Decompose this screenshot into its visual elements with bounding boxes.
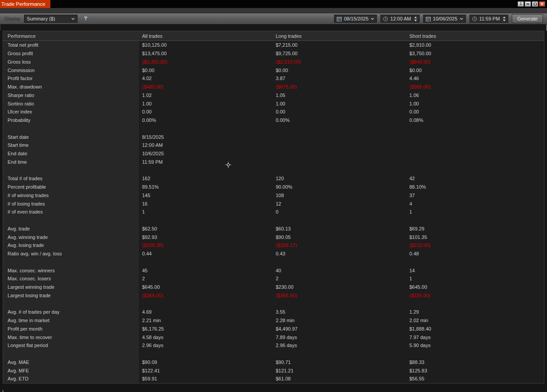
table-row[interactable]: Avg. # of trades per day4.693.551.29 bbox=[3, 308, 544, 316]
table-row[interactable]: Largest winning trade$645.00$230.00$645.… bbox=[3, 283, 544, 291]
row-value: 0.08% bbox=[407, 116, 544, 125]
table-row[interactable]: Max. drawdown($485.00)($675.00)($365.00) bbox=[3, 83, 544, 91]
start-time-picker[interactable]: 12:00 AM bbox=[380, 15, 419, 23]
display-select[interactable]: Summary ($) bbox=[24, 15, 78, 23]
table-row[interactable]: Avg. ETD$59.91$61.08$56.55 bbox=[3, 375, 544, 383]
row-value: $101.35 bbox=[407, 233, 544, 241]
row-value: 8/15/2025 bbox=[139, 133, 273, 141]
table-row[interactable]: Avg. MAE$90.09$90.71$88.33 bbox=[3, 358, 544, 367]
row-label: # of losing trades bbox=[3, 199, 139, 208]
window-controls: ↧ × bbox=[518, 0, 547, 8]
table-row[interactable]: Gross profit$13,475.00$9,725.00$3,750.00 bbox=[3, 49, 544, 58]
row-value: $6,176.25 bbox=[139, 325, 273, 333]
row-value: 12:00 AM bbox=[139, 141, 273, 150]
table-row[interactable]: Gross loss($3,350.00)($2,510.00)($840.00… bbox=[3, 58, 544, 66]
row-value: $125.83 bbox=[407, 366, 544, 375]
table-row[interactable]: Avg. trade$62.50$60.13$69.29 bbox=[3, 225, 544, 233]
filter-icon[interactable] bbox=[83, 16, 89, 21]
window-tab[interactable]: Trade Performance bbox=[0, 0, 50, 8]
end-date-value: 10/06/2025 bbox=[433, 16, 457, 21]
row-label bbox=[3, 216, 139, 225]
row-value: 0.00 bbox=[139, 108, 273, 116]
row-value: 145 bbox=[139, 191, 273, 200]
table-row[interactable]: # of losing trades16124 bbox=[3, 199, 544, 208]
table-row[interactable]: Avg. time in market2.21 min2.28 min2.02 … bbox=[3, 316, 544, 325]
table-row[interactable]: Percent profitable89.51%90.00%88.10% bbox=[3, 183, 544, 191]
pin-button[interactable]: ↧ bbox=[518, 1, 524, 7]
table-row[interactable]: Profit factor4.023.874.46 bbox=[3, 74, 544, 83]
close-button[interactable]: × bbox=[539, 1, 545, 7]
table-row[interactable]: Sharpe ratio1.021.051.06 bbox=[3, 91, 544, 100]
spinner-up-button[interactable] bbox=[414, 16, 417, 18]
row-label: Profit per month bbox=[3, 325, 139, 333]
table-row[interactable]: Largest losing trade($365.00)($365.00)($… bbox=[3, 291, 544, 300]
row-value: $3,750.00 bbox=[407, 49, 544, 58]
row-value: 11:59 PM bbox=[139, 158, 273, 166]
table-row[interactable]: Longest flat period2.96 days2.96 days5.9… bbox=[3, 341, 544, 350]
row-value bbox=[273, 258, 407, 267]
row-label bbox=[3, 350, 139, 358]
table-row[interactable]: Commission$0.00$0.00$0.00 bbox=[3, 66, 544, 74]
table-row[interactable]: Total # of trades16212042 bbox=[3, 174, 544, 183]
maximize-button[interactable] bbox=[532, 1, 538, 7]
row-label: End date bbox=[3, 150, 139, 158]
row-value: $90.09 bbox=[139, 358, 273, 367]
table-row[interactable]: Avg. winning trade$92.93$90.05$101.35 bbox=[3, 233, 544, 241]
table-row[interactable]: End time11:59 PM bbox=[3, 158, 544, 166]
table-row[interactable]: Avg. losing trade($209.38)($209.17)($210… bbox=[3, 241, 544, 250]
table-row[interactable]: Total net profit$10,125.00$7,215.00$2,91… bbox=[3, 41, 544, 49]
scrollbar-thumb[interactable] bbox=[2, 390, 4, 392]
row-label: Max. consec. winners bbox=[3, 266, 139, 275]
table-row[interactable]: Start time12:00 AM bbox=[3, 141, 544, 150]
table-row[interactable]: # of even trades101 bbox=[3, 208, 544, 216]
row-value: 4.46 bbox=[407, 74, 544, 83]
column-header-short-trades[interactable]: Short trades bbox=[407, 33, 544, 39]
row-label: Probability bbox=[3, 116, 139, 125]
row-value: 42 bbox=[407, 174, 544, 183]
spinner-down-button[interactable] bbox=[414, 20, 417, 21]
table-row[interactable]: Profit per month$6,176.25$4,490.97$1,888… bbox=[3, 325, 544, 333]
spinner-up-button[interactable] bbox=[503, 16, 506, 18]
row-value: ($365.00) bbox=[273, 291, 407, 300]
row-label: Sortino ratio bbox=[3, 99, 139, 108]
start-date-picker[interactable]: 08/15/2025 bbox=[334, 15, 377, 23]
row-value: 120 bbox=[273, 174, 407, 183]
minimize-button[interactable] bbox=[525, 1, 531, 7]
column-header-performance[interactable]: Performance bbox=[3, 33, 139, 39]
table-row[interactable]: Ratio avg. win / avg. loss0.440.430.48 bbox=[3, 250, 544, 258]
table-row[interactable]: Probability0.00%0.00%0.08% bbox=[3, 116, 544, 125]
table-row[interactable]: Ulcer index0.000.000.00 bbox=[3, 108, 544, 116]
table-row[interactable]: End date10/6/2025 bbox=[3, 150, 544, 158]
window-title: Trade Performance bbox=[1, 1, 45, 7]
row-value: 2.28 min bbox=[273, 316, 407, 325]
row-value: ($365.00) bbox=[139, 291, 273, 300]
row-value: $645.00 bbox=[407, 283, 544, 291]
table-row[interactable]: Start date8/15/2025 bbox=[3, 133, 544, 141]
row-value: 4.58 days bbox=[139, 333, 273, 341]
row-value bbox=[407, 166, 544, 174]
end-date-picker[interactable]: 10/06/2025 bbox=[423, 15, 466, 23]
table-row[interactable]: Max. time to recover4.58 days7.89 days7.… bbox=[3, 333, 544, 341]
row-label: Sharpe ratio bbox=[3, 91, 139, 100]
generate-button[interactable]: Generate bbox=[512, 14, 543, 23]
row-value: 0.43 bbox=[273, 250, 407, 258]
table-row[interactable]: Avg. MFE$122.41$121.21$125.83 bbox=[3, 366, 544, 375]
row-value: 0.44 bbox=[139, 250, 273, 258]
table-row[interactable]: Max. consec. winners454014 bbox=[3, 266, 544, 275]
table-row[interactable]: # of winning trades14510837 bbox=[3, 191, 544, 200]
end-time-picker[interactable]: 11:59 PM bbox=[469, 15, 508, 23]
row-value: ($485.00) bbox=[139, 83, 273, 91]
column-header-all-trades[interactable]: All trades bbox=[139, 33, 273, 39]
row-value: 0.00 bbox=[407, 108, 544, 116]
row-value: $2,910.00 bbox=[407, 41, 544, 49]
table-row[interactable]: Sortino ratio1.001.001.00 bbox=[3, 99, 544, 108]
row-value: $1,888.40 bbox=[407, 325, 544, 333]
time-spinner bbox=[503, 16, 506, 21]
row-value: 14 bbox=[407, 266, 544, 275]
column-header-long-trades[interactable]: Long trades bbox=[273, 33, 407, 39]
row-value: $60.13 bbox=[273, 225, 407, 233]
table-row[interactable]: Max. consec. losers221 bbox=[3, 275, 544, 283]
chevron-down-icon bbox=[371, 18, 374, 20]
spinner-down-button[interactable] bbox=[503, 20, 506, 21]
row-value: 2.21 min bbox=[139, 316, 273, 325]
